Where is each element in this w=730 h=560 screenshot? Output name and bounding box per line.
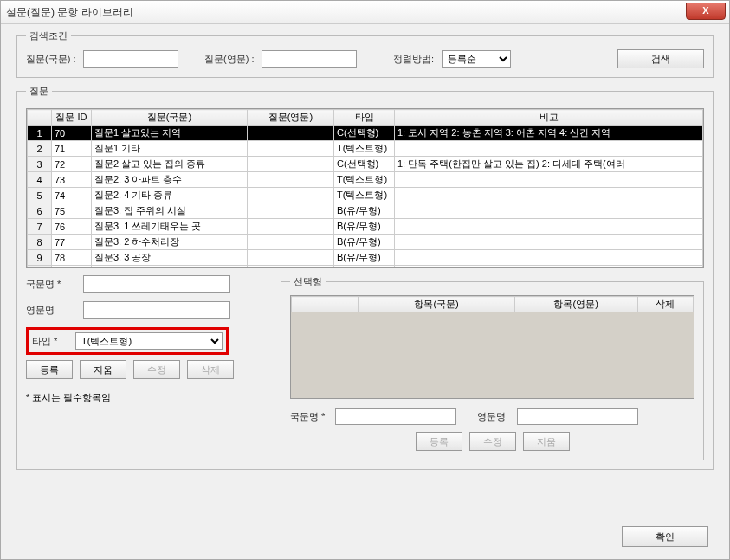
sel-clear-button[interactable]: 지움 — [523, 432, 570, 451]
row-note — [395, 188, 703, 203]
table-row[interactable]: 372질문2 살고 있는 집의 종류C(선택형)1: 단독 주택(한집만 살고 … — [28, 157, 703, 172]
sel-kor-input[interactable] — [335, 408, 456, 425]
sel-col-eng[interactable]: 항목(영문) — [514, 297, 637, 312]
question-form: 국문명 * 영문명 타입 * T(텍스트형) 등록 — [26, 275, 268, 460]
row-note — [395, 235, 703, 250]
search-kor-label: 질문(국문) : — [26, 53, 78, 66]
selection-table-wrap[interactable]: 항목(국문) 항목(영문) 삭제 — [290, 295, 694, 399]
row-type: C(선택형) — [334, 157, 395, 172]
row-type: B(유/무형) — [334, 219, 395, 235]
row-kor: 질문3. 2 하수처리장 — [92, 235, 248, 250]
questions-table-wrap[interactable]: 질문 ID 질문(국문) 질문(영문) 타입 비고 170질문1 살고있는 지역… — [26, 108, 704, 268]
col-type[interactable]: 타입 — [334, 110, 395, 126]
sort-label: 정렬방법: — [393, 53, 436, 66]
row-note — [395, 250, 703, 266]
col-eng[interactable]: 질문(영문) — [248, 110, 334, 126]
sel-col-kor[interactable]: 항목(국문) — [359, 297, 514, 312]
sort-select[interactable]: 등록순 — [442, 50, 511, 68]
row-num: 1 — [28, 126, 52, 141]
row-eng — [248, 188, 334, 203]
register-button[interactable]: 등록 — [26, 360, 73, 379]
row-note — [395, 141, 703, 157]
search-button[interactable]: 검색 — [617, 49, 704, 68]
row-note — [395, 172, 703, 188]
modify-button[interactable]: 수정 — [133, 360, 180, 379]
row-type: B(유/무형) — [334, 250, 395, 266]
selection-table: 항목(국문) 항목(영문) 삭제 — [291, 296, 694, 312]
titlebar: 설문(질문) 문항 라이브러리 X — [1, 1, 729, 24]
row-note: 1: 단독 주택(한집만 살고 있는 집) 2: 다세대 주택(여러 — [395, 157, 703, 172]
sel-col-del[interactable]: 삭제 — [637, 297, 693, 312]
col-rownum[interactable] — [28, 110, 52, 126]
row-num: 5 — [28, 188, 52, 203]
table-row[interactable]: 574질문2. 4 기타 종류T(텍스트형) — [28, 188, 703, 203]
row-id: 78 — [52, 250, 92, 266]
close-button[interactable]: X — [686, 3, 726, 20]
table-row[interactable]: 1079질문3. 4 종점B(유/무형) — [28, 266, 703, 269]
row-id: 74 — [52, 188, 92, 203]
row-num: 9 — [28, 250, 52, 266]
row-kor: 질문3. 3 공장 — [92, 250, 248, 266]
form-eng-label: 영문명 — [26, 304, 78, 317]
row-num: 2 — [28, 141, 52, 157]
sel-modify-button[interactable]: 수정 — [469, 432, 516, 451]
row-eng — [248, 141, 334, 157]
form-kor-input[interactable] — [83, 275, 230, 293]
table-row[interactable]: 271질문1 기타T(텍스트형) — [28, 141, 703, 157]
row-kor: 질문2 살고 있는 집의 종류 — [92, 157, 248, 172]
questions-fieldset: 질문 질문 ID 질문(국문) 질문(영문) 타입 비고 170질문1 살고있는 — [16, 85, 714, 470]
row-note — [395, 266, 703, 269]
search-legend: 검색조건 — [26, 29, 71, 42]
sel-eng-input[interactable] — [517, 408, 638, 425]
sel-kor-label: 국문명 * — [290, 410, 330, 423]
table-row[interactable]: 877질문3. 2 하수처리장B(유/무형) — [28, 235, 703, 250]
row-eng — [248, 157, 334, 172]
search-kor-input[interactable] — [83, 50, 178, 68]
table-row[interactable]: 978질문3. 3 공장B(유/무형) — [28, 250, 703, 266]
row-kor: 질문1 기타 — [92, 141, 248, 157]
clear-button[interactable]: 지움 — [80, 360, 126, 379]
row-num: 3 — [28, 157, 52, 172]
row-num: 10 — [28, 266, 52, 269]
sel-col-blank[interactable] — [292, 297, 359, 312]
sel-eng-label: 영문명 — [477, 410, 512, 423]
row-type: B(유/무형) — [334, 235, 395, 250]
ok-button[interactable]: 확인 — [622, 526, 708, 547]
table-row[interactable]: 776질문3. 1 쓰레기태우는 곳B(유/무형) — [28, 219, 703, 235]
row-id: 77 — [52, 235, 92, 250]
row-type: C(선택형) — [334, 126, 395, 141]
table-row[interactable]: 473질문2. 3 아파트 층수T(텍스트형) — [28, 172, 703, 188]
row-kor: 질문3. 집 주위의 시설 — [92, 203, 248, 219]
row-id: 72 — [52, 157, 92, 172]
search-eng-input[interactable] — [262, 50, 357, 68]
table-row[interactable]: 170질문1 살고있는 지역C(선택형)1: 도시 지역 2: 농촌 지역 3:… — [28, 126, 703, 141]
search-eng-label: 질문(영문) : — [204, 53, 256, 66]
col-id[interactable]: 질문 ID — [52, 110, 92, 126]
row-eng — [248, 203, 334, 219]
table-row[interactable]: 675질문3. 집 주위의 시설B(유/무형) — [28, 203, 703, 219]
row-eng — [248, 266, 334, 269]
row-type: T(텍스트형) — [334, 172, 395, 188]
row-type: B(유/무형) — [334, 203, 395, 219]
close-icon: X — [702, 5, 708, 16]
row-id: 79 — [52, 266, 92, 269]
row-eng — [248, 172, 334, 188]
delete-button[interactable]: 삭제 — [187, 360, 234, 379]
row-kor: 질문2. 4 기타 종류 — [92, 188, 248, 203]
required-note: * 표시는 필수항목임 — [26, 391, 268, 404]
row-kor: 질문1 살고있는 지역 — [92, 126, 248, 141]
form-eng-input[interactable] — [83, 301, 230, 319]
col-kor[interactable]: 질문(국문) — [92, 110, 248, 126]
form-type-select[interactable]: T(텍스트형) — [75, 332, 223, 350]
col-note[interactable]: 비고 — [395, 110, 703, 126]
row-note: 1: 도시 지역 2: 농촌 지역 3: 어촌 지역 4: 산간 지역 — [395, 126, 703, 141]
row-num: 8 — [28, 235, 52, 250]
row-num: 7 — [28, 219, 52, 235]
sel-register-button[interactable]: 등록 — [416, 432, 462, 451]
selection-fieldset: 선택형 항목(국문) 항목(영문) 삭제 — [281, 275, 704, 460]
selection-legend: 선택형 — [290, 275, 326, 288]
row-num: 6 — [28, 203, 52, 219]
row-eng — [248, 250, 334, 266]
row-kor: 질문3. 1 쓰레기태우는 곳 — [92, 219, 248, 235]
search-fieldset: 검색조건 질문(국문) : 질문(영문) : 정렬방법: 등록순 검색 — [16, 29, 714, 78]
